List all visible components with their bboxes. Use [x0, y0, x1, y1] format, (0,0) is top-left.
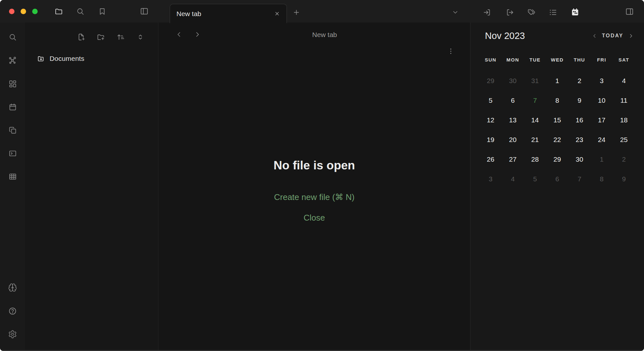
calendar-day[interactable]: 28 [524, 149, 546, 169]
left-ribbon [0, 23, 25, 351]
calendar-weekdays: SUNMONTUEWEDTHUFRISAT [479, 55, 635, 64]
calendar-day[interactable]: 30 [568, 149, 591, 169]
calendar-day[interactable]: 17 [591, 110, 613, 130]
folder-icon[interactable] [53, 6, 64, 17]
canvas-icon[interactable] [7, 78, 18, 89]
calendar-day[interactable]: 14 [524, 110, 546, 130]
calendar-weekday: MON [502, 55, 524, 64]
calendar-day[interactable]: 24 [591, 130, 613, 149]
calendar-day[interactable]: 9 [568, 90, 591, 110]
calendar-weekday: SAT [613, 55, 635, 64]
calendar-day[interactable]: 9 [613, 169, 635, 189]
calendar-day[interactable]: 30 [502, 71, 524, 90]
calendar-day[interactable]: 1 [546, 71, 568, 90]
calendar-day[interactable]: 29 [479, 71, 502, 90]
calendar-day[interactable]: 19 [479, 130, 502, 149]
create-new-file-link[interactable]: Create new file (⌘ N) [158, 192, 470, 202]
file-explorer: Documents [25, 23, 158, 351]
tab-close-icon[interactable] [272, 9, 281, 18]
calendar-day[interactable]: 8 [591, 169, 613, 189]
new-folder-icon[interactable] [95, 32, 106, 43]
brain-icon[interactable] [7, 282, 18, 293]
calendar-day[interactable]: 23 [568, 130, 591, 149]
calendar-weekday: THU [568, 55, 591, 64]
calendar-day[interactable]: 5 [524, 169, 546, 189]
minimize-window-button[interactable] [21, 9, 26, 14]
sign-in-icon[interactable] [481, 7, 492, 18]
calendar-day[interactable]: 29 [546, 149, 568, 169]
calendar-day[interactable]: 27 [502, 149, 524, 169]
tags-icon[interactable] [526, 7, 537, 18]
table-icon[interactable] [7, 171, 18, 182]
sign-out-icon[interactable] [504, 7, 515, 18]
bookmark-icon[interactable] [97, 6, 108, 17]
calendar-day[interactable]: 6 [546, 169, 568, 189]
close-window-button[interactable] [9, 9, 14, 14]
search-icon[interactable] [75, 6, 86, 17]
tab-new-tab[interactable]: New tab [170, 4, 287, 23]
calendar-day[interactable]: 7 [524, 90, 546, 110]
close-link[interactable]: Close [158, 213, 470, 223]
calendar-day[interactable]: 31 [524, 71, 546, 90]
chevron-down-icon[interactable] [450, 7, 461, 18]
calendar-day[interactable]: 1 [591, 149, 613, 169]
folder-down-icon [37, 55, 45, 63]
main-pane: New tab No file is open Create new file … [158, 23, 470, 351]
today-button[interactable]: TODAY [602, 33, 623, 39]
calendar-day[interactable]: 2 [613, 149, 635, 169]
view-header-title: New tab [179, 31, 470, 39]
calendar-weekday: FRI [591, 55, 613, 64]
calendar-weekday: TUE [524, 55, 546, 64]
calendar-day[interactable]: 18 [613, 110, 635, 130]
empty-state-title: No file is open [158, 159, 470, 172]
calendar-day[interactable]: 25 [613, 130, 635, 149]
calendar-day[interactable]: 20 [502, 130, 524, 149]
list-icon[interactable] [547, 7, 558, 18]
calendar-day[interactable]: 5 [479, 90, 502, 110]
calendar-day[interactable]: 3 [591, 71, 613, 90]
calendar-day[interactable]: 7 [568, 169, 591, 189]
calendar-day[interactable]: 6 [502, 90, 524, 110]
collapse-all-icon[interactable] [135, 32, 146, 43]
calendar-grid: 2930311234567891011121314151617181920212… [479, 71, 635, 189]
calendar-day[interactable]: 2 [568, 71, 591, 90]
graph-icon[interactable] [7, 55, 18, 66]
next-month-icon[interactable] [627, 32, 634, 39]
sort-icon[interactable] [115, 32, 126, 43]
previous-month-icon[interactable] [591, 32, 598, 39]
calendar-day[interactable]: 16 [568, 110, 591, 130]
calendar-day[interactable]: 13 [502, 110, 524, 130]
layout-left-icon[interactable] [139, 6, 150, 17]
titlebar: New tab [0, 0, 644, 23]
calendar-month-title: Nov 2023 [485, 31, 525, 41]
zoom-window-button[interactable] [32, 9, 38, 14]
copy-icon[interactable] [7, 125, 18, 136]
calendar-day[interactable]: 3 [479, 169, 502, 189]
calendar-weekday: WED [546, 55, 568, 64]
layout-right-icon[interactable] [624, 6, 635, 17]
more-options-icon[interactable] [445, 46, 456, 57]
calendar-panel: Nov 2023 TODAY SUNMONTUEWEDTHUFRISAT 293… [470, 23, 644, 351]
daily-note-icon[interactable] [7, 101, 18, 112]
settings-icon[interactable] [7, 329, 18, 340]
calendar-day[interactable]: 15 [546, 110, 568, 130]
calendar-day[interactable]: 4 [613, 71, 635, 90]
calendar-weekday: SUN [479, 55, 502, 64]
folder-label: Documents [50, 55, 84, 62]
calendar-day[interactable]: 21 [524, 130, 546, 149]
calendar-day[interactable]: 11 [613, 90, 635, 110]
new-note-icon[interactable] [76, 32, 87, 43]
calendar-day[interactable]: 12 [479, 110, 502, 130]
calendar-day[interactable]: 4 [502, 169, 524, 189]
calendar-day[interactable]: 22 [546, 130, 568, 149]
search-icon[interactable] [7, 32, 18, 43]
calendar-icon[interactable] [570, 7, 581, 18]
tab-label: New tab [176, 10, 201, 18]
calendar-day[interactable]: 26 [479, 149, 502, 169]
terminal-icon[interactable] [7, 148, 18, 159]
calendar-day[interactable]: 10 [591, 90, 613, 110]
calendar-day[interactable]: 8 [546, 90, 568, 110]
help-icon[interactable] [7, 306, 18, 317]
new-tab-plus-icon[interactable] [291, 7, 302, 18]
folder-item-documents[interactable]: Documents [37, 52, 84, 65]
